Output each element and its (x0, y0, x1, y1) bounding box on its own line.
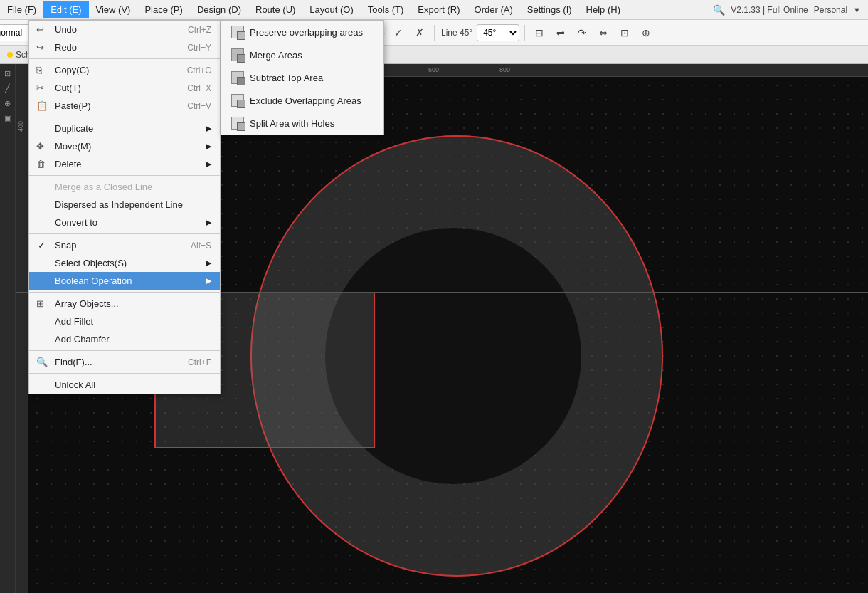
merge-label: Merge Areas (250, 50, 302, 61)
menu-layout[interactable]: Layout (O) (302, 1, 360, 18)
convert-label: Convert to (55, 217, 97, 228)
boolean-submenu: Preserve overlapping areas Merge Areas S… (221, 20, 384, 135)
select-objects-arrow: ▶ (206, 258, 211, 268)
exclude-icon-inner (237, 100, 245, 108)
merge-closed-label: Merge as a Closed Line (55, 182, 152, 192)
menu-item-merge-closed: Merge as a Closed Line (29, 178, 220, 196)
menu-tools[interactable]: Tools (T) (361, 1, 411, 18)
toolbar-normal-select[interactable]: normal (4, 23, 23, 42)
layer-btn[interactable]: ⊟ (530, 23, 549, 42)
flip-btn[interactable]: ⇌ (551, 23, 570, 42)
merge-icon-inner (237, 54, 245, 63)
subtract-label: Subtract Top Area (250, 73, 323, 83)
menu-item-redo[interactable]: ↪ Redo Ctrl+Y (29, 38, 220, 56)
menu-item-undo[interactable]: ↩ Undo Ctrl+Z (29, 21, 220, 38)
menu-item-find[interactable]: 🔍 Find(F)... Ctrl+F (29, 353, 220, 371)
bool-item-subtract[interactable]: Subtract Top Area (221, 66, 383, 89)
menu-item-select-objects[interactable]: Select Objects(S) ▶ (29, 254, 220, 272)
menu-settings[interactable]: Settings (I) (520, 1, 579, 18)
sep-4 (29, 233, 220, 234)
menu-item-copy[interactable]: ⎘ Copy(C) Ctrl+C (29, 61, 220, 79)
cut-shortcut: Ctrl+X (173, 83, 211, 93)
exclude-label: Exclude Overlapping Areas (250, 95, 361, 106)
drc-check-btn[interactable]: ✓ (389, 23, 408, 42)
rotate-btn[interactable]: ↷ (573, 23, 591, 42)
toolbar-sep-5 (524, 25, 525, 41)
bool-item-split[interactable]: Split Area with Holes (221, 112, 383, 135)
user-dropdown-icon[interactable]: ▼ (853, 6, 861, 14)
menu-place[interactable]: Place (P) (137, 1, 189, 18)
split-icon (231, 117, 244, 130)
copy-shortcut: Ctrl+C (173, 65, 211, 75)
snap-check: ✓ (38, 240, 46, 251)
cut-label: Cut(T) (55, 83, 81, 93)
redo-icon: ↪ (36, 42, 44, 53)
copy-label: Copy(C) (55, 65, 89, 75)
menu-item-array-objects[interactable]: ⊞ Array Objects... (29, 295, 220, 313)
add-fillet-label: Add Fillet (55, 316, 93, 327)
bool-item-preserve[interactable]: Preserve overlapping areas (221, 21, 383, 43)
boolean-arrow: ▶ (206, 276, 211, 285)
undo-label: Undo (55, 24, 77, 35)
sep-1 (29, 58, 220, 59)
undo-shortcut: Ctrl+Z (174, 25, 211, 35)
search-icon[interactable]: 🔍 (713, 4, 725, 16)
split-label: Split Area with Holes (250, 118, 334, 129)
duplicate-label: Duplicate (55, 123, 93, 134)
unlock-all-label: Unlock All (55, 379, 95, 390)
fab-btn[interactable]: ⊕ (637, 23, 655, 42)
menu-item-dispersed[interactable]: Dispersed as Independent Line (29, 196, 220, 214)
redo-label: Redo (55, 42, 77, 53)
menu-item-unlock-all[interactable]: Unlock All (29, 376, 220, 394)
menu-export[interactable]: Export (R) (411, 1, 467, 18)
left-sidebar: ⊡ ╱ ⊕ ▣ (0, 64, 16, 593)
bool-item-merge[interactable]: Merge Areas (221, 43, 383, 66)
sidebar-icon-via[interactable]: ⊕ (1, 97, 14, 110)
cut-icon: ✂ (36, 83, 44, 93)
menu-help[interactable]: Help (H) (579, 1, 628, 18)
sep-2 (29, 117, 220, 117)
menu-edit[interactable]: Edit (E) (43, 1, 88, 18)
duplicate-arrow: ▶ (206, 124, 211, 133)
menu-view[interactable]: View (V) (89, 1, 138, 18)
move-arrow: ▶ (206, 142, 211, 151)
menu-design[interactable]: Design (D) (190, 1, 248, 18)
component-btn[interactable]: ⊡ (615, 23, 634, 42)
menu-item-move[interactable]: ✥ Move(M) ▶ (29, 137, 220, 155)
delete-arrow: ▶ (206, 159, 211, 169)
sidebar-icon-component[interactable]: ⊡ (1, 67, 14, 80)
menu-route[interactable]: Route (U) (248, 1, 302, 18)
preserve-icon (231, 26, 244, 38)
bool-item-exclude[interactable]: Exclude Overlapping Areas (221, 89, 383, 112)
menu-item-snap[interactable]: ✓ Snap Alt+S (29, 236, 220, 254)
menu-item-add-fillet[interactable]: Add Fillet (29, 313, 220, 330)
ruler-mark-800: 800 (499, 66, 510, 73)
drc-x-btn[interactable]: ✗ (411, 23, 429, 42)
sep-5 (29, 292, 220, 293)
sidebar-icon-pad[interactable]: ▣ (1, 112, 14, 125)
menu-order[interactable]: Order (A) (467, 1, 520, 18)
preserve-label: Preserve overlapping areas (250, 27, 363, 38)
menu-item-boolean[interactable]: Boolean Operation ▶ (29, 272, 220, 290)
menu-item-delete[interactable]: 🗑 Delete ▶ (29, 155, 220, 173)
paste-icon: 📋 (36, 100, 48, 111)
boolean-label: Boolean Operation (55, 275, 132, 286)
sep-3 (29, 175, 220, 176)
app-info: 🔍 V2.1.33 | Full Online Personal ▼ (713, 4, 868, 16)
mode-label: Personal (814, 5, 847, 15)
subtract-icon (231, 71, 244, 84)
sidebar-icon-wire[interactable]: ╱ (1, 82, 14, 95)
mirror-btn[interactable]: ⇔ (594, 23, 613, 42)
menu-file[interactable]: File (F) (0, 1, 43, 18)
menu-item-convert[interactable]: Convert to ▶ (29, 214, 220, 231)
find-label: Find(F)... (55, 357, 92, 367)
menu-item-cut[interactable]: ✂ Cut(T) Ctrl+X (29, 79, 220, 97)
menu-item-add-chamfer[interactable]: Add Chamfer (29, 330, 220, 348)
menu-item-paste[interactable]: 📋 Paste(P) Ctrl+V (29, 97, 220, 115)
toolbar-sep-4 (434, 25, 435, 41)
snap-shortcut: Alt+S (176, 241, 211, 251)
menu-item-duplicate[interactable]: Duplicate ▶ (29, 120, 220, 137)
schematic-tab-dot (7, 52, 13, 58)
angle-dropdown[interactable]: 45° (477, 24, 519, 41)
find-icon: 🔍 (36, 357, 48, 367)
